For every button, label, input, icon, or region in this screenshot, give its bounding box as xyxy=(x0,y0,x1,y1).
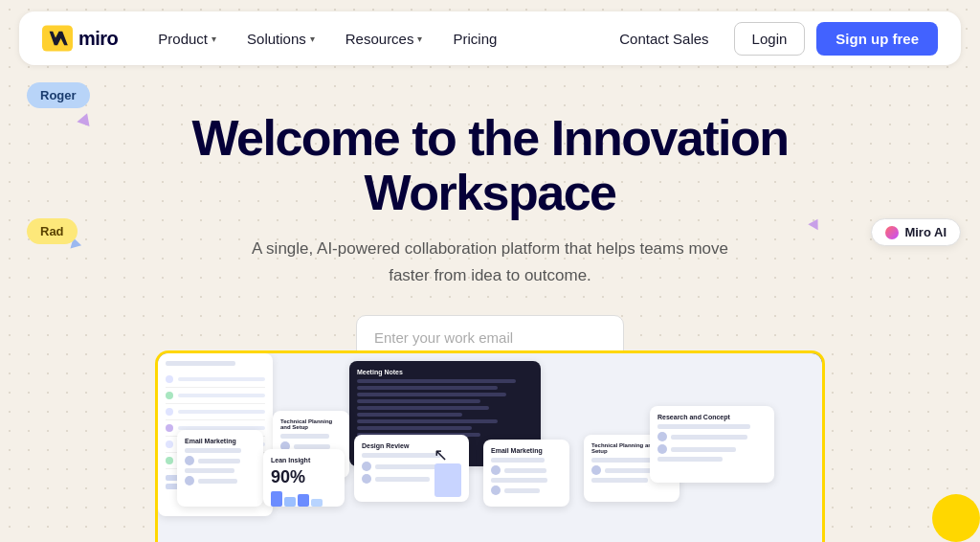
panel-dot xyxy=(166,392,173,399)
meeting-notes-title: Meeting Notes xyxy=(357,369,533,375)
chevron-down-icon: ▾ xyxy=(212,34,216,44)
panel-dot xyxy=(166,424,173,432)
hero-title: Welcome to the Innovation Workspace xyxy=(107,111,873,220)
email-marketing-center-card: Email Marketing xyxy=(483,440,569,507)
nav-resources[interactable]: Resources ▾ xyxy=(332,23,436,55)
nav-product[interactable]: Product ▾ xyxy=(145,23,230,55)
cursor-icon: ↖ xyxy=(434,444,448,465)
lean-insight-card: Lean Insight 90% xyxy=(263,449,345,507)
yellow-circle-decoration xyxy=(932,494,980,542)
email-marketing-left-card: Email Marketing xyxy=(177,430,263,507)
floating-miro-ai[interactable]: Miro AI xyxy=(871,218,961,246)
panel-item xyxy=(166,404,265,420)
panel-dot xyxy=(166,457,173,464)
chevron-down-icon: ▾ xyxy=(417,34,422,44)
signup-nav-button[interactable]: Sign up free xyxy=(816,22,938,56)
navbar-right: Contact Sales Login Sign up free xyxy=(606,22,938,56)
floating-rad: Rad xyxy=(27,218,78,244)
dashboard-preview: Meeting Notes Email Marketing xyxy=(155,350,825,542)
login-button[interactable]: Login xyxy=(734,22,806,56)
panel-dot xyxy=(166,440,173,448)
logo[interactable]: miro xyxy=(42,25,118,52)
nav-links: Product ▾ Solutions ▾ Resources ▾ Pricin… xyxy=(145,23,606,55)
chevron-down-icon: ▾ xyxy=(310,34,315,44)
navbar: miro Product ▾ Solutions ▾ Resources ▾ P… xyxy=(19,11,961,65)
contact-sales-button[interactable]: Contact Sales xyxy=(606,23,722,55)
panel-dot xyxy=(166,408,173,416)
design-review-card: Design Review xyxy=(354,435,469,502)
lean-percent: 90% xyxy=(271,467,337,487)
panel-item xyxy=(166,388,265,404)
miro-ai-icon xyxy=(885,226,899,239)
panel-dot xyxy=(166,375,173,383)
panel-item xyxy=(166,372,265,388)
nav-solutions[interactable]: Solutions ▾ xyxy=(234,23,328,55)
research-concept-card: Research and Concept xyxy=(650,406,774,483)
logo-icon xyxy=(42,25,73,52)
logo-text: miro xyxy=(78,28,118,50)
floating-roger: Roger xyxy=(27,82,90,108)
hero-subtitle: A single, AI-powered collaboration platf… xyxy=(241,236,739,287)
dashboard-inner: Meeting Notes Email Marketing xyxy=(158,353,822,542)
nav-pricing[interactable]: Pricing xyxy=(439,23,510,55)
